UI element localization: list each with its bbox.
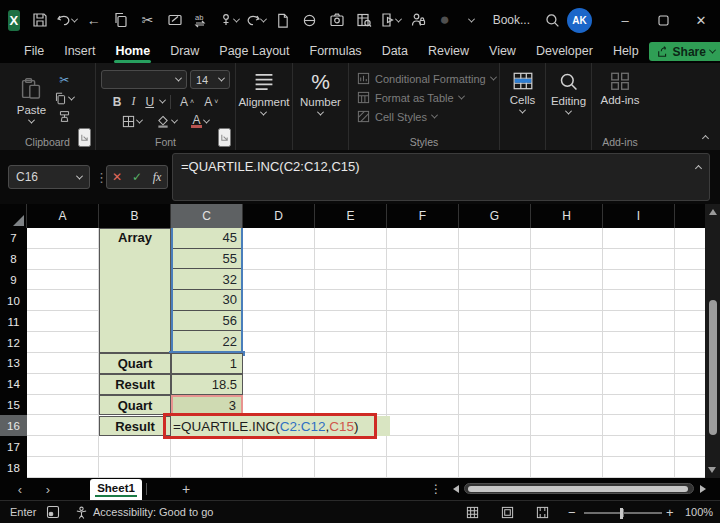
cell-G7[interactable] [459,228,531,249]
vertical-scrollbar[interactable] [705,204,720,478]
cell-I12[interactable] [603,332,675,353]
clipboard-dialog-launcher[interactable] [78,128,91,147]
cell-G10[interactable] [459,290,531,311]
close-button[interactable]: ✕ [682,0,720,40]
cell-E10[interactable] [315,290,387,311]
cell-H13[interactable] [531,353,603,374]
cut-button[interactable]: ✂ [50,72,78,88]
cell-F7[interactable] [387,228,459,249]
cell-styles-button[interactable]: Cell Styles [355,109,439,124]
tab-file[interactable]: File [14,41,54,63]
row-header-7[interactable]: 7 [0,228,27,249]
cell-G12[interactable] [459,332,531,353]
cells-button[interactable]: Cells [510,63,536,143]
formula-input[interactable]: =QUARTILE.INC(C2:C12,C15) [172,153,710,201]
enter-icon[interactable]: ✓ [127,166,147,188]
cell-G8[interactable] [459,249,531,270]
permissions-lock-icon[interactable] [406,8,430,32]
cell-H15[interactable] [531,395,603,416]
alignment-button[interactable]: Alignment [238,63,289,143]
cell-A15[interactable] [27,395,99,416]
cancel-icon[interactable]: ✕ [107,166,127,188]
cell-F10[interactable] [387,290,459,311]
cell-I10[interactable] [603,290,675,311]
back-icon[interactable]: ← [82,8,106,32]
cell-H14[interactable] [531,374,603,395]
cell-D14[interactable] [243,374,315,395]
cell-partial7[interactable] [675,228,705,249]
scroll-right-icon[interactable] [700,485,706,493]
cell-I16[interactable] [603,415,675,436]
cell-partial13[interactable] [675,353,705,374]
tab-developer[interactable]: Developer [526,41,603,63]
column-header-D[interactable]: D [243,204,315,228]
row-header-11[interactable]: 11 [0,311,27,332]
column-header-partial[interactable] [675,204,705,228]
cell-partial10[interactable] [675,290,705,311]
tab-data[interactable]: Data [372,41,418,63]
cell-G11[interactable] [459,311,531,332]
cell-A7[interactable] [27,228,99,249]
row-header-17[interactable]: 17 [0,436,27,457]
number-button[interactable]: % Number [300,63,341,143]
cell-I13[interactable] [603,353,675,374]
cell-A14[interactable] [27,374,99,395]
accessibility-icon[interactable] [75,501,88,523]
cell-H11[interactable] [531,311,603,332]
cut-icon[interactable]: ✂ [136,8,160,32]
cell-A17[interactable] [27,436,99,457]
prev-sheet-icon[interactable]: ‹ [10,478,30,500]
cell-A13[interactable] [27,353,99,374]
cell-A8[interactable] [27,249,99,270]
cell-G17[interactable] [459,436,531,457]
cell-C10[interactable]: 30 [173,290,241,311]
cell-E18[interactable] [315,457,387,478]
normal-view-icon[interactable] [466,501,479,523]
cell-E12[interactable] [315,332,387,353]
save-icon[interactable] [28,8,52,32]
cell-A18[interactable] [27,457,99,478]
vertical-scrollbar-thumb[interactable] [709,300,717,435]
chevron-down-icon[interactable] [159,97,166,104]
cell-C18[interactable] [171,457,243,478]
cell-D18[interactable] [243,457,315,478]
accessibility-status[interactable]: Accessibility: Good to go [93,501,213,523]
draft-email-icon[interactable] [163,8,187,32]
row-header-8[interactable]: 8 [0,249,27,270]
conditional-formatting-button[interactable]: Conditional Formatting [355,71,498,86]
cell-I9[interactable] [603,270,675,291]
cell-E13[interactable] [315,353,387,374]
italic-button[interactable]: I [127,93,139,110]
cell-C17[interactable] [171,436,243,457]
cell-D9[interactable] [243,270,315,291]
cell-G13[interactable] [459,353,531,374]
cell-partial14[interactable] [675,374,705,395]
copy-icon[interactable] [109,8,133,32]
touch-mode-icon[interactable] [217,8,241,32]
cell-I17[interactable] [603,436,675,457]
tab-view[interactable]: View [479,41,526,63]
next-sheet-icon[interactable]: › [38,478,58,500]
cell-H18[interactable] [531,457,603,478]
cell-C14[interactable]: 18.5 [171,374,243,395]
decrease-font-button[interactable]: A˅ [200,94,222,110]
minimize-button[interactable]: – [606,0,644,40]
addins-button[interactable]: Add-ins [601,63,640,143]
cell-I14[interactable] [603,374,675,395]
cell-C8[interactable]: 55 [173,249,241,270]
cell-I15[interactable] [603,395,675,416]
cell-F11[interactable] [387,311,459,332]
fill-color-button[interactable] [152,114,181,129]
cell-A16[interactable] [27,415,99,436]
tab-page-layout[interactable]: Page Layout [209,41,299,63]
cell-E9[interactable] [315,270,387,291]
scroll-left-icon[interactable] [453,485,459,493]
cell-E11[interactable] [315,311,387,332]
cell-partial12[interactable] [675,332,705,353]
cell-C13[interactable]: 1 [171,353,243,374]
sheet-tab-sheet1[interactable]: Sheet1 [90,479,142,500]
cell-H7[interactable] [531,228,603,249]
cell-H12[interactable] [531,332,603,353]
cell-E8[interactable] [315,249,387,270]
cell-F12[interactable] [387,332,459,353]
